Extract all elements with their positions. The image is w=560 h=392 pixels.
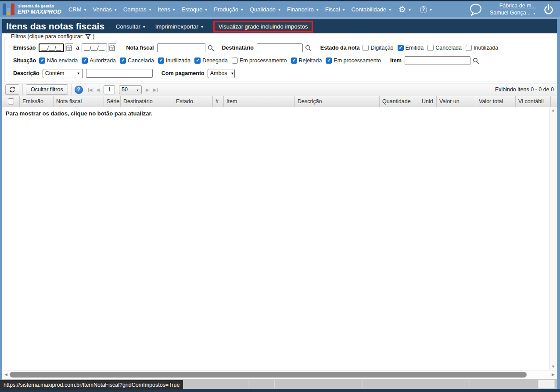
ocultar-filtros-button[interactable]: Ocultar filtros bbox=[26, 84, 68, 95]
page-title-bar: Itens das notas fiscais Consultar▼ Impri… bbox=[2, 19, 557, 33]
column-header-vl-contabil[interactable]: Vl contábil bbox=[516, 96, 551, 107]
previous-page-button[interactable]: ◀ bbox=[96, 87, 100, 92]
page-title: Itens das notas fiscais bbox=[6, 21, 104, 32]
emissao-to-calendar-button[interactable] bbox=[108, 43, 116, 52]
checkbox-icon bbox=[158, 58, 164, 64]
user-menu[interactable]: Samuel Gonça...▼ bbox=[490, 10, 536, 17]
footer-separator bbox=[470, 380, 470, 388]
emissao-from-input[interactable] bbox=[39, 43, 64, 52]
help-menu[interactable]: ?▼ bbox=[420, 6, 432, 13]
nav-menu-producao[interactable]: Produção▼ bbox=[214, 6, 244, 13]
estado-checkbox-inutilizada[interactable]: Inutilizada bbox=[466, 45, 498, 51]
scroll-down-icon[interactable]: ▼ bbox=[551, 365, 555, 369]
settings-menu[interactable]: ⚙▼ bbox=[398, 5, 411, 14]
item-input[interactable] bbox=[405, 56, 470, 65]
descricao-label: Descrição bbox=[13, 70, 39, 76]
nav-menu-qualidade[interactable]: Qualidade▼ bbox=[250, 6, 281, 13]
nota-fiscal-search-button[interactable] bbox=[208, 45, 214, 51]
nav-menu-vendas[interactable]: Vendas▼ bbox=[93, 6, 117, 13]
destinatario-input[interactable] bbox=[257, 43, 303, 52]
situacao-checkbox-em-processamento-1[interactable]: Em processamento bbox=[232, 58, 287, 64]
estado-checkbox-emitida[interactable]: Emitida bbox=[398, 45, 424, 51]
situacao-checkbox-denegada[interactable]: Denegada bbox=[194, 58, 228, 64]
nav-menu-label: Contabilidade bbox=[352, 6, 387, 13]
situacao-checkbox-inutilizada[interactable]: Inutilizada bbox=[158, 58, 190, 64]
scroll-right-icon[interactable]: ▶ bbox=[552, 373, 555, 377]
situacao-checkbox-autorizada[interactable]: Autorizada bbox=[82, 58, 116, 64]
column-header-valor-total[interactable]: Valor total bbox=[476, 96, 516, 107]
nav-menu-estoque[interactable]: Estoque▼ bbox=[182, 6, 208, 13]
situacao-checkbox-em-processamento-2[interactable]: Em processamento bbox=[326, 58, 381, 64]
nav-menu-financeiro[interactable]: Financeiro▼ bbox=[287, 6, 319, 13]
page-number-input[interactable] bbox=[104, 85, 115, 94]
grid-help-button[interactable]: ? bbox=[75, 86, 83, 94]
item-search-button[interactable] bbox=[473, 58, 479, 64]
consultar-menu[interactable]: Consultar▼ bbox=[116, 23, 146, 30]
last-page-icon bbox=[157, 88, 158, 92]
column-header-serie[interactable]: Série bbox=[104, 96, 121, 107]
com-pagamento-select[interactable]: Ambos▼ bbox=[208, 69, 235, 78]
column-header-destinatario[interactable]: Destinatário bbox=[121, 96, 173, 107]
organization-link[interactable]: Fábrica de m... bbox=[499, 3, 536, 10]
refresh-button[interactable] bbox=[5, 84, 19, 95]
nav-menu-crm[interactable]: CRM▼ bbox=[68, 6, 87, 13]
column-header-nota-fiscal[interactable]: Nota fiscal bbox=[54, 96, 104, 107]
chevron-down-icon: ▼ bbox=[172, 8, 176, 11]
nav-menu-fiscal[interactable]: Fiscal▼ bbox=[325, 6, 345, 13]
emissao-from-calendar-button[interactable] bbox=[65, 43, 73, 52]
emissao-label: Emissão bbox=[13, 45, 36, 51]
estado-checkbox-digitacao[interactable]: Digitação bbox=[363, 45, 393, 51]
checkbox-icon bbox=[291, 58, 297, 64]
chat-button[interactable] bbox=[469, 3, 483, 16]
emissao-to-input[interactable] bbox=[82, 43, 107, 52]
checkbox-icon bbox=[194, 58, 201, 64]
checkbox-icon bbox=[82, 58, 88, 64]
horizontal-scroll-thumb[interactable] bbox=[10, 372, 527, 378]
checkbox-label: Em processamento bbox=[334, 58, 381, 64]
page-size-select[interactable]: 50▼ bbox=[119, 85, 142, 94]
destinatario-search-button[interactable] bbox=[305, 45, 312, 51]
app-logo[interactable]: Sistema de gestão ERP MAXIPROD bbox=[3, 4, 61, 15]
situacao-checkbox-nao-enviada[interactable]: Não enviada bbox=[39, 58, 78, 64]
estado-checkbox-cancelada[interactable]: Cancelada bbox=[427, 45, 462, 51]
nav-menu-itens[interactable]: Itens▼ bbox=[158, 6, 175, 13]
last-page-button[interactable]: ▶ bbox=[153, 87, 158, 92]
imprimir-exportar-menu[interactable]: Imprimir/exportar▼ bbox=[155, 23, 204, 30]
chevron-down-icon: ▼ bbox=[114, 8, 117, 11]
nav-menu-compras[interactable]: Compras▼ bbox=[123, 6, 152, 13]
calendar-icon bbox=[66, 45, 72, 51]
descricao-operator-select[interactable]: Contém▼ bbox=[43, 69, 83, 78]
select-value: Contém bbox=[45, 70, 65, 76]
column-header-item[interactable]: Item bbox=[224, 96, 295, 107]
descricao-input[interactable] bbox=[86, 69, 153, 78]
situacao-checkbox-cancelada[interactable]: Cancelada bbox=[120, 58, 154, 64]
scroll-left-icon[interactable]: ◀ bbox=[4, 373, 7, 377]
column-header-numero[interactable]: # bbox=[213, 96, 224, 107]
next-page-button[interactable]: ▶ bbox=[146, 87, 149, 92]
column-header-estado[interactable]: Estado bbox=[173, 96, 213, 107]
column-header-unid[interactable]: Unid bbox=[419, 96, 437, 107]
nav-menu-contabilidade[interactable]: Contabilidade▼ bbox=[352, 6, 391, 13]
grid-header-row: Emissão Nota fiscal Série Destinatário E… bbox=[2, 96, 557, 107]
column-header-quantidade[interactable]: Quantidade bbox=[380, 96, 419, 107]
column-header-emissao[interactable]: Emissão bbox=[20, 96, 54, 107]
configure-filters-button[interactable] bbox=[85, 34, 91, 40]
user-name-label: Samuel Gonça... bbox=[490, 10, 531, 17]
situacao-checkbox-rejeitada[interactable]: Rejeitada bbox=[291, 58, 322, 64]
vertical-scrollbar[interactable]: ▲ ▼ bbox=[549, 107, 557, 370]
first-page-button[interactable]: ◀ bbox=[88, 87, 93, 92]
nav-menu-label: Financeiro bbox=[287, 6, 314, 13]
chevron-down-icon: ▼ bbox=[429, 8, 432, 11]
column-header-descricao[interactable]: Descrição bbox=[295, 96, 380, 107]
scroll-up-icon[interactable]: ▲ bbox=[551, 108, 555, 112]
footer-separator bbox=[274, 380, 275, 388]
refresh-icon bbox=[9, 86, 16, 93]
checkbox-label: Inutilizada bbox=[166, 58, 190, 64]
search-icon bbox=[208, 45, 214, 51]
logout-button[interactable] bbox=[543, 4, 554, 15]
select-all-checkbox[interactable] bbox=[8, 98, 14, 104]
visualizar-grade-impostos-button[interactable]: Visualizar grade incluindo impostos bbox=[213, 21, 313, 32]
column-header-valor-un[interactable]: Valor un bbox=[437, 96, 476, 107]
nav-menu-label: Estoque bbox=[182, 6, 203, 13]
nota-fiscal-input[interactable] bbox=[157, 43, 205, 52]
